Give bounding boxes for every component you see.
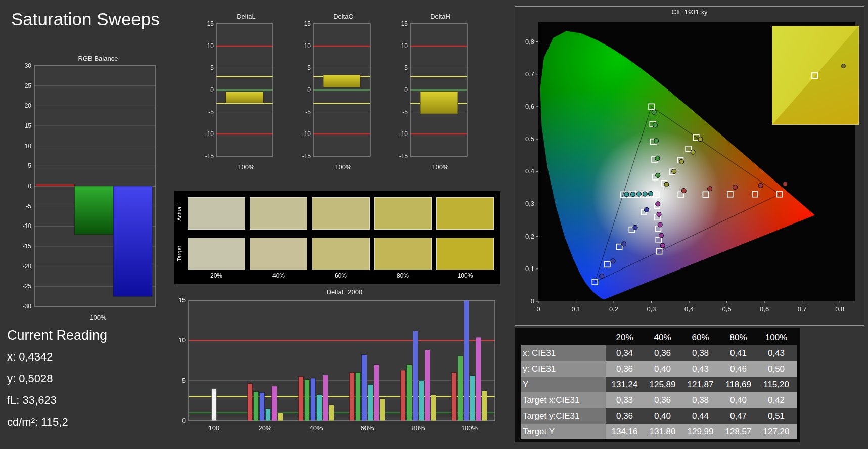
table-cell: 0,38 [681, 348, 719, 358]
tick-label: -10 [399, 130, 408, 138]
deltae-bar [350, 373, 355, 421]
tick-label: 25 [25, 82, 32, 89]
measured-point [679, 160, 684, 164]
tick-label: 15 [25, 122, 32, 129]
table-cell: 0,46 [719, 364, 757, 374]
tick-label: 0 [28, 183, 31, 190]
tick-label: 5 [210, 64, 214, 71]
table-row-label: Target Y [521, 424, 606, 439]
tick-label: -15 [205, 153, 214, 160]
deltae-bar [260, 392, 265, 421]
swatch-row-label-actual: Actual [176, 197, 182, 230]
tick-label: 0,5 [525, 135, 534, 143]
deltae-bar [254, 392, 259, 421]
delta-range-bar [420, 92, 458, 114]
tick-label: 0,8 [525, 38, 534, 46]
green-bar [75, 186, 114, 234]
color-swatch-panel: Actual Target 20%40%60%80%100% [174, 191, 500, 284]
delta-l-panel: DeltaL -15-10-5051015 100% [201, 13, 277, 171]
table-header-row: 20%40%60%80%100% [521, 330, 797, 345]
swatch-column-label: 60% [312, 272, 370, 279]
table-row-label: Target x:CIE31 [521, 392, 606, 408]
tick-label: 0,3 [525, 200, 534, 207]
deltae-bar [368, 385, 373, 421]
table-cell: 121,87 [681, 380, 719, 390]
swatch-grid: 20%40%60%80%100% [188, 197, 494, 284]
tick-label: 60% [360, 424, 374, 432]
deltae-bar [425, 350, 430, 421]
cie-zoom-inset [772, 26, 859, 125]
tick-label: 0,2 [525, 233, 534, 240]
deltae-bar [407, 365, 412, 421]
table-header-cell: 60% [681, 333, 719, 343]
reading-cdm2: cd/m²: 115,2 [7, 416, 107, 429]
delta-range-bar [323, 75, 360, 87]
deltae-bar [419, 381, 424, 421]
table-cell: 0,33 [606, 395, 644, 406]
deltae-bar [401, 370, 406, 421]
tick-label: 20% [258, 424, 271, 432]
saturation-sweeps-screen: Saturation Sweeps RGB Balance -30-25-20-… [0, 0, 868, 449]
table-cell: 0,40 [644, 364, 681, 374]
page-title: Saturation Sweeps [11, 9, 160, 29]
measured-point [611, 259, 615, 263]
deltae-bar [317, 395, 322, 421]
swatch-actual-20% [188, 197, 245, 230]
measured-point [649, 191, 653, 196]
deltae-bar [278, 413, 283, 421]
table-header-cell: 20% [606, 333, 644, 343]
deltae-bar [305, 380, 310, 421]
deltae-bar [470, 376, 475, 421]
table-cell: 125,89 [644, 380, 681, 390]
delta-c-title: DeltaC [298, 13, 374, 21]
measured-point [622, 242, 626, 246]
swatch-row-label-target: Target [176, 238, 182, 270]
deltae-bar [458, 355, 463, 421]
tick-label: 0,5 [722, 305, 732, 313]
delta-l-title: DeltaL [201, 13, 277, 21]
results-table: 20%40%60%80%100%x: CIE310,340,360,380,41… [515, 328, 800, 442]
tick-label: -30 [23, 303, 32, 310]
measured-point [681, 189, 686, 193]
table-cell: 131,24 [606, 380, 644, 390]
table-cell: 0,47 [719, 411, 757, 421]
rgb-balance-panel: RGB Balance -30-25-20-15-10-505101520253… [14, 55, 162, 322]
deltae-bar [329, 405, 334, 421]
tick-label: 0,6 [525, 103, 534, 110]
table-cell: 0,36 [644, 348, 681, 358]
tick-label: 0,3 [647, 305, 656, 313]
table-cell: 0,38 [681, 395, 719, 406]
swatch-target-40% [250, 238, 307, 270]
tick-label: -20 [23, 263, 32, 270]
tick-label: -10 [205, 130, 214, 138]
tick-label: -25 [23, 283, 32, 290]
swatch-actual-100% [436, 197, 494, 230]
swatch-column-label: 20% [188, 272, 245, 279]
measured-point [783, 182, 788, 186]
reading-y: y: 0,5028 [7, 372, 107, 385]
deltae-bar [452, 373, 457, 421]
table-cell: 0,50 [757, 364, 795, 374]
table-cell: 0,41 [719, 348, 757, 358]
tick-label: 0 [210, 86, 214, 94]
table-cell: 0,51 [757, 411, 795, 421]
deltae2000-title: DeltaE 2000 [174, 288, 500, 296]
measured-point [654, 139, 659, 143]
tick-label: 0,7 [525, 70, 534, 78]
tick-label: 15 [207, 21, 214, 27]
measured-point [708, 187, 712, 191]
delta-h-title: DeltaH [395, 13, 471, 21]
table-cell: 128,57 [719, 427, 757, 437]
delta-c-xlabel: 100% [298, 163, 374, 171]
tick-label: 15 [179, 297, 186, 304]
tick-label: 0 [182, 417, 186, 424]
deltae2000-plot: 05101510020%40%60%80%100% [174, 296, 500, 434]
table-row: y: CIE310,360,400,430,460,50 [521, 361, 797, 377]
tick-label: 0,2 [609, 305, 618, 313]
deltae-bar [248, 384, 253, 421]
deltae-bar [323, 375, 328, 421]
deltae-bar [464, 300, 469, 421]
measured-point [733, 185, 738, 190]
measured-point [656, 173, 660, 177]
table-cell: 0,36 [606, 411, 644, 421]
